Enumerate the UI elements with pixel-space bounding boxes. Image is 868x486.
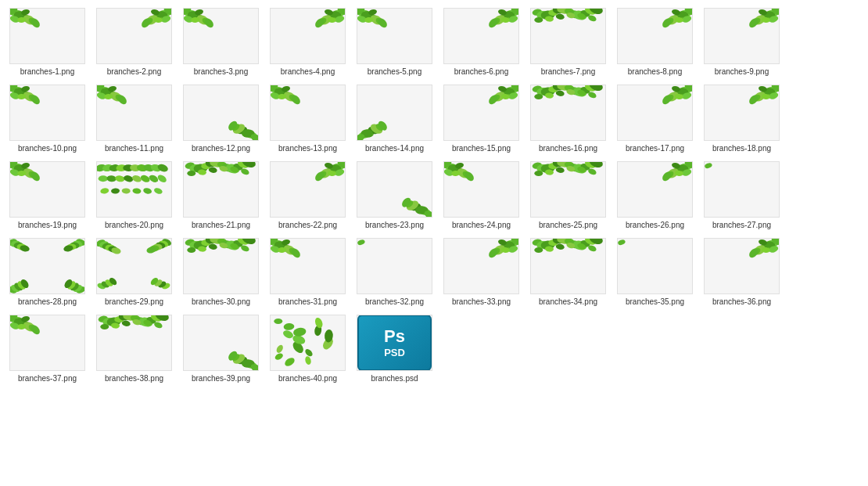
thumbnail xyxy=(704,161,780,218)
grid-item[interactable]: branches-37.png xyxy=(4,315,91,383)
grid-item[interactable]: branches-11.png xyxy=(91,85,178,153)
file-label: branches.psd xyxy=(371,373,418,383)
svg-point-520 xyxy=(282,329,294,340)
svg-point-532 xyxy=(283,356,296,368)
grid-item[interactable]: branches-24.png xyxy=(438,161,525,230)
grid-item[interactable]: branches-22.png xyxy=(264,161,351,230)
grid-item[interactable]: branches-36.png xyxy=(698,238,785,307)
svg-point-341 xyxy=(534,171,543,176)
grid-item[interactable]: branches-28.png xyxy=(4,238,91,307)
thumbnail xyxy=(443,8,519,64)
grid-item[interactable]: branches-15.png xyxy=(438,85,525,153)
grid-item[interactable]: branches-35.png xyxy=(612,238,698,307)
grid-item[interactable]: branches-12.png xyxy=(178,85,264,153)
file-label: branches-10.png xyxy=(18,143,77,153)
svg-point-529 xyxy=(314,317,324,329)
thumbnail xyxy=(704,238,780,294)
grid-item[interactable]: PsPSDbranches.psd xyxy=(351,315,438,383)
grid-item[interactable]: branches-34.png xyxy=(525,238,612,307)
grid-item[interactable]: branches-29.png xyxy=(91,238,178,307)
file-label: branches-32.png xyxy=(365,297,424,307)
file-label: branches-6.png xyxy=(454,67,509,77)
grid-item[interactable]: branches-19.png xyxy=(4,161,91,230)
grid-item[interactable]: branches-7.png xyxy=(525,8,612,77)
svg-point-269 xyxy=(100,188,109,195)
thumbnail xyxy=(183,8,259,64)
file-label: branches-11.png xyxy=(105,143,163,153)
svg-point-519 xyxy=(274,319,282,324)
thumbnail xyxy=(617,161,693,218)
thumbnail xyxy=(270,8,346,64)
grid-item[interactable]: branches-23.png xyxy=(351,161,438,230)
thumbnail xyxy=(270,85,346,141)
file-label: branches-31.png xyxy=(278,297,337,307)
thumbnail xyxy=(530,161,606,218)
thumbnail xyxy=(357,85,432,141)
svg-point-206 xyxy=(534,94,543,99)
thumbnail xyxy=(96,85,172,141)
grid-item[interactable]: branches-25.png xyxy=(525,161,612,230)
file-label: branches-22.png xyxy=(278,220,337,230)
grid-item[interactable]: branches-10.png xyxy=(4,85,91,153)
thumbnail xyxy=(357,161,432,218)
svg-point-525 xyxy=(274,352,284,362)
thumbnail xyxy=(530,85,606,141)
file-label: branches-34.png xyxy=(539,297,597,307)
svg-point-273 xyxy=(142,187,152,194)
grid-item[interactable]: branches-38.png xyxy=(91,315,178,383)
grid-item[interactable]: branches-6.png xyxy=(438,8,525,77)
svg-point-432 xyxy=(357,239,365,246)
file-grid: branches-1.pngbranches-2.pngbranches-3.p… xyxy=(0,0,868,399)
thumbnail xyxy=(530,8,606,64)
grid-item[interactable]: branches-16.png xyxy=(525,85,612,153)
grid-item[interactable]: branches-20.png xyxy=(91,161,178,230)
grid-item[interactable]: branches-3.png xyxy=(178,8,264,77)
thumbnail xyxy=(357,8,432,64)
thumbnail xyxy=(443,85,519,141)
file-label: branches-1.png xyxy=(20,67,75,77)
grid-item[interactable]: branches-26.png xyxy=(612,161,698,230)
file-label: branches-13.png xyxy=(278,143,337,153)
grid-item[interactable]: branches-40.png xyxy=(264,315,351,383)
thumbnail xyxy=(530,238,606,294)
thumbnail xyxy=(183,315,259,371)
grid-item[interactable]: branches-2.png xyxy=(91,8,178,77)
svg-point-270 xyxy=(111,188,120,194)
grid-item[interactable]: branches-4.png xyxy=(264,8,351,77)
grid-item[interactable]: branches-27.png xyxy=(698,161,785,230)
thumbnail xyxy=(9,315,85,371)
file-label: branches-35.png xyxy=(626,297,684,307)
grid-item[interactable]: branches-33.png xyxy=(438,238,525,307)
grid-item[interactable]: branches-21.png xyxy=(178,161,264,230)
svg-point-531 xyxy=(275,344,285,354)
file-label: branches-36.png xyxy=(712,297,771,307)
grid-item[interactable]: branches-17.png xyxy=(612,85,698,153)
file-label: branches-27.png xyxy=(712,220,771,230)
grid-item[interactable]: branches-18.png xyxy=(698,85,785,153)
svg-point-267 xyxy=(148,174,160,184)
grid-item[interactable]: branches-1.png xyxy=(4,8,91,77)
file-label: branches-5.png xyxy=(368,67,422,77)
svg-point-271 xyxy=(122,188,131,193)
file-label: branches-37.png xyxy=(18,373,77,383)
svg-point-268 xyxy=(156,174,168,185)
thumbnail xyxy=(443,161,519,218)
grid-item[interactable]: branches-5.png xyxy=(351,8,438,77)
svg-point-272 xyxy=(132,188,142,195)
thumbnail xyxy=(96,238,172,294)
grid-item[interactable]: branches-8.png xyxy=(612,8,698,77)
grid-item[interactable]: branches-39.png xyxy=(178,315,264,383)
thumbnail xyxy=(183,238,259,294)
svg-point-522 xyxy=(304,355,312,365)
file-label: branches-16.png xyxy=(539,143,597,153)
grid-item[interactable]: branches-32.png xyxy=(351,238,438,307)
thumbnail xyxy=(704,85,780,141)
grid-item[interactable]: branches-9.png xyxy=(698,8,785,77)
grid-item[interactable]: branches-30.png xyxy=(178,238,264,307)
svg-point-503 xyxy=(100,324,109,329)
svg-point-266 xyxy=(139,174,151,183)
grid-item[interactable]: branches-31.png xyxy=(264,238,351,307)
grid-item[interactable]: branches-13.png xyxy=(264,85,351,153)
svg-point-265 xyxy=(131,174,142,183)
grid-item[interactable]: branches-14.png xyxy=(351,85,438,153)
